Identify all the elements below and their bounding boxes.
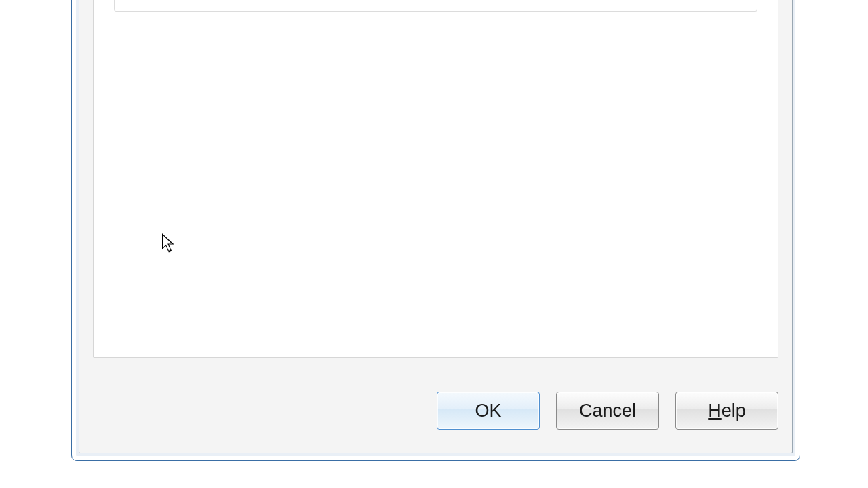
make-default-wrap: Make Firefox the default browser	[115, 0, 757, 11]
window-outer-frame: Use autoscrolling Use smooth scrolling U…	[71, 0, 800, 461]
help-button[interactable]: Help	[675, 392, 778, 430]
cancel-button[interactable]: Cancel	[556, 392, 659, 430]
window-inner-frame: Use autoscrolling Use smooth scrolling U…	[79, 0, 793, 453]
options-content-panel: Use autoscrolling Use smooth scrolling U…	[93, 0, 778, 358]
dialog-button-bar: OK Cancel Help	[93, 392, 778, 430]
system-defaults-group: System Defaults Always check to see if F…	[114, 0, 757, 12]
ok-button[interactable]: OK	[437, 392, 540, 430]
